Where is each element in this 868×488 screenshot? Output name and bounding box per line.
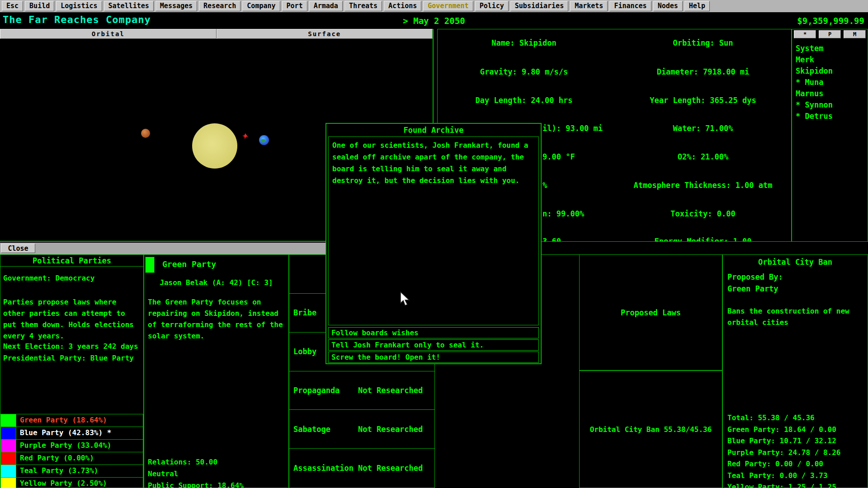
sidebar-item-skipidon[interactable]: Skipidon xyxy=(796,66,868,77)
party-row-yellow[interactable]: Yellow Party (2.50%) xyxy=(0,477,143,488)
menu-subsidiaries[interactable]: Subsidiaries xyxy=(510,1,568,11)
party-row-blue[interactable]: Blue Party (42.83%) * xyxy=(0,427,143,439)
tab-surface[interactable]: Surface xyxy=(217,29,433,39)
info-fragment: 9.00 °F xyxy=(542,152,575,161)
menu-logistics[interactable]: Logistics xyxy=(56,1,102,11)
menu-nodes[interactable]: Nodes xyxy=(653,1,683,11)
action-row-assassination[interactable]: Assassination Not Researched xyxy=(289,449,434,488)
menu-port[interactable]: Port xyxy=(282,1,307,11)
next-election: Next Election: 3 years 242 days xyxy=(3,342,138,351)
menu-messages[interactable]: Messages xyxy=(156,1,197,11)
menu-finances[interactable]: Finances xyxy=(609,1,651,11)
action-row-sabatoge[interactable]: Sabatoge Not Researched xyxy=(289,410,434,449)
menu-build[interactable]: Build xyxy=(25,1,54,11)
party-stats: Relations: 50.00 Neutral Public Support:… xyxy=(148,456,244,488)
info-row: Day Length: 24.00 hrs Year Length: 365.2… xyxy=(438,96,791,106)
party-row-purple[interactable]: Purple Party (33.04%) xyxy=(0,439,143,452)
menu-policy[interactable]: Policy xyxy=(475,1,509,11)
party-color-swatch xyxy=(1,465,16,477)
vote-purple: Purple Party: 24.78 / 8.26 xyxy=(727,447,840,459)
info-toxicity: Toxicity: 0.00 xyxy=(617,209,789,218)
sidebar-p-button[interactable]: P xyxy=(819,30,841,38)
proposed-law-item[interactable]: Orbital City Ban 55.38/45.36 xyxy=(579,371,722,488)
planet-merk[interactable] xyxy=(141,129,150,138)
tab-orbital[interactable]: Orbital xyxy=(0,29,217,39)
system-body-list: System Merk Skipidon * Muna Marnus * Syn… xyxy=(792,39,868,122)
sidebar-item-muna[interactable]: * Muna xyxy=(796,77,868,88)
vote-blue: Blue Party: 10.71 / 32.12 xyxy=(727,435,840,447)
party-support: Public Support: 18.64% xyxy=(148,480,244,488)
menu-armada[interactable]: Armada xyxy=(309,1,343,11)
sidebar-item-detrus[interactable]: * Detrus xyxy=(796,111,868,122)
party-detail-panel: Green Party Jason Belak (A: 42) [C: 3] T… xyxy=(144,254,289,488)
found-archive-dialog: Found Archive One of our scientists, Jos… xyxy=(326,123,542,364)
menu-threats[interactable]: Threats xyxy=(344,1,382,11)
party-color-swatch xyxy=(1,440,16,452)
law-title: Orbital City Ban xyxy=(723,258,868,267)
info-fragment: % xyxy=(542,181,547,190)
close-button[interactable]: Close xyxy=(1,244,35,253)
sidebar-item-merk[interactable]: Merk xyxy=(796,54,868,66)
law-proposed-by: Proposed By: Green Party xyxy=(727,271,783,295)
political-parties-panel: Political Parties Government: Democracy … xyxy=(0,254,144,488)
vote-green: Green Party: 18.64 / 0.00 xyxy=(727,424,840,436)
party-row-label: Teal Party (3.73%) xyxy=(16,465,143,477)
party-row-green[interactable]: Green Party (18.64%) xyxy=(0,414,143,427)
action-label: Assassination xyxy=(289,464,358,473)
sidebar-m-button[interactable]: M xyxy=(844,30,866,38)
info-row: Name: Skipidon Orbiting: Sun xyxy=(438,38,791,48)
law-vote-tally: Total: 55.38 / 45.36 Green Party: 18.64 … xyxy=(727,412,840,488)
proposed-by-party: Green Party xyxy=(727,283,783,295)
game-screen: Esc Build Logistics Satellites Messages … xyxy=(0,0,868,488)
action-row-propaganda[interactable]: Propaganda Not Researched xyxy=(289,371,434,410)
party-row-red[interactable]: Red Party (0.00%) xyxy=(0,452,143,465)
dialog-option-open-it[interactable]: Screw the board! Open it! xyxy=(328,352,539,363)
sidebar-item-system[interactable]: System xyxy=(796,43,868,54)
menu-company[interactable]: Company xyxy=(242,1,280,11)
vote-total: Total: 55.38 / 45.36 xyxy=(727,412,840,424)
info-o2: O2%: 21.00% xyxy=(617,152,789,161)
dialog-options: Follow boards wishes Tell Josh Frankart … xyxy=(328,327,539,364)
planet-skipidon[interactable] xyxy=(259,135,269,145)
menu-satellites[interactable]: Satellites xyxy=(104,1,154,11)
party-row-label: Purple Party (33.04%) xyxy=(16,440,143,452)
sidebar-star-button[interactable]: * xyxy=(794,30,816,38)
menu-actions[interactable]: Actions xyxy=(384,1,421,11)
law-detail-panel: Orbital City Ban Proposed By: Green Part… xyxy=(722,254,868,488)
sidebar-item-marnus[interactable]: Marnus xyxy=(796,88,868,99)
vote-yellow: Yellow Party: 1.25 / 1.25 xyxy=(727,481,840,488)
dialog-option-follow-board[interactable]: Follow boards wishes xyxy=(328,327,539,338)
menu-research[interactable]: Research xyxy=(199,1,241,11)
party-color-swatch xyxy=(1,427,16,439)
menu-esc[interactable]: Esc xyxy=(2,1,23,11)
dialog-title: Found Archive xyxy=(326,124,541,136)
party-detail-name: Green Party xyxy=(162,259,216,269)
menu-help[interactable]: Help xyxy=(684,1,710,11)
system-sidebar: * P M System Merk Skipidon * Muna Marnus… xyxy=(792,29,868,242)
info-day-length: Day Length: 24.00 hrs xyxy=(438,96,610,105)
fleet-marker-icon[interactable] xyxy=(242,133,248,139)
info-orbiting: Orbiting: Sun xyxy=(617,38,789,47)
action-label: Sabatoge xyxy=(289,425,358,434)
info-water: Water: 71.00% xyxy=(617,124,789,133)
menu-government[interactable]: Government xyxy=(423,1,473,11)
sun[interactable] xyxy=(192,123,237,169)
info-name: Name: Skipidon xyxy=(438,38,610,47)
party-row-label: Blue Party (42.83%) * xyxy=(16,427,143,439)
sidebar-item-synnon[interactable]: * Synnon xyxy=(796,99,868,111)
dialog-option-seal-only[interactable]: Tell Josh Frankart only to seal it. xyxy=(328,339,539,351)
menu-markets[interactable]: Markets xyxy=(570,1,608,11)
viewport-tabs: Orbital Surface xyxy=(0,29,433,39)
sidebar-buttons: * P M xyxy=(792,29,868,39)
party-color-swatch xyxy=(1,452,16,465)
vote-red: Red Party: 0.00 / 0.00 xyxy=(727,458,840,470)
party-row-label: Red Party (0.00%) xyxy=(16,452,143,465)
action-status: Not Researched xyxy=(358,425,423,434)
party-row-teal[interactable]: Teal Party (3.73%) xyxy=(0,465,143,477)
dialog-body-text: One of our scientists, Josh Frankart, fo… xyxy=(328,136,539,325)
action-status: Not Researched xyxy=(358,386,423,395)
proposed-by-label: Proposed By: xyxy=(727,271,783,283)
company-balance: $9,359,999.99 xyxy=(797,16,864,26)
info-row: Gravity: 9.80 m/s/s Diameter: 7918.00 mi xyxy=(438,67,791,77)
info-year-length: Year Length: 365.25 dys xyxy=(617,96,789,105)
